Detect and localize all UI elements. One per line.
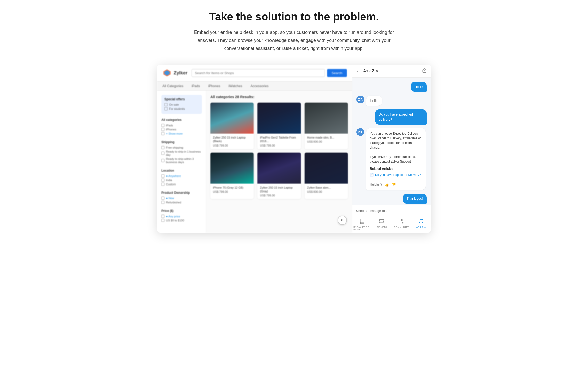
product-name-1: Zylker 250 15 inch Laptop (Black) xyxy=(213,136,251,143)
store-nav: All Categories iPads iPhones iWatches Ac… xyxy=(157,81,352,91)
sidebar-any-price[interactable]: ● Any price xyxy=(161,215,202,218)
sidebar-custom[interactable]: Custom xyxy=(161,183,202,186)
product-image-3 xyxy=(305,103,348,134)
product-info-4: iPhone 75 (Gray 12 GB) US$ 799.00 xyxy=(210,184,254,195)
sidebar-location-title: Location xyxy=(161,169,202,172)
content-results-title: All categories 28 Results: xyxy=(210,95,348,99)
store-logo-icon xyxy=(162,68,172,78)
sidebar-show-more[interactable]: + Show more xyxy=(161,132,202,135)
ask-zia-label: ASK ZIA xyxy=(416,226,426,228)
sidebar-price-section: Price ($) ● Any price US $0 to $100 xyxy=(161,209,202,222)
chat-message-input[interactable] xyxy=(356,209,427,213)
article-link-text[interactable]: Do you have Expedited Delivery? xyxy=(375,173,421,177)
tickets-icon xyxy=(379,218,385,225)
store-nav-accessories[interactable]: Accessories xyxy=(250,84,268,88)
product-card-3[interactable]: Home made slim, B... US$ 800.00 xyxy=(305,103,348,149)
knowledge-base-icon xyxy=(359,218,365,225)
sidebar-new[interactable]: ● New xyxy=(161,197,202,200)
message-row-2: ZIA Hello. xyxy=(356,96,427,106)
product-info-2: iPadPro Gen2 Tablette From 2018... US$ 7… xyxy=(257,134,301,149)
nav-tab-community[interactable]: COMMUNITY xyxy=(392,216,411,233)
store-nav-iwatches[interactable]: iWatches xyxy=(228,84,242,88)
store-nav-all-categories[interactable]: All Categories xyxy=(162,84,183,88)
product-card-6[interactable]: Zylker Base abm... US$ 800.00 xyxy=(305,153,348,199)
nav-tab-tickets[interactable]: TICKETS xyxy=(372,216,392,233)
product-info-3: Home made slim, B... US$ 800.00 xyxy=(305,134,348,145)
sidebar-ship-3days[interactable]: Ready to ship within 3 business days xyxy=(161,157,202,164)
product-image-5 xyxy=(257,153,301,184)
user-message-2: Do you have expedited delivery? xyxy=(375,109,427,125)
product-card-4[interactable]: iPhone 75 (Gray 12 GB) US$ 799.00 xyxy=(210,153,254,199)
bot-card-related-title: Related Articles xyxy=(370,166,422,171)
hero-title: Take the solution to the problem. xyxy=(193,10,395,23)
message-row-4: ZIA You can choose Expedited Delivery ov… xyxy=(356,128,427,190)
product-card-5[interactable]: Zylker 250 15 inch Laptop (Gray) US$ 799… xyxy=(257,153,301,199)
community-icon xyxy=(399,218,404,225)
sidebar-ship-1day[interactable]: Ready to ship in 1 business day xyxy=(161,150,202,156)
store-search-button[interactable]: Search xyxy=(327,69,347,77)
product-card-2[interactable]: iPadPro Gen2 Tablette From 2018... US$ 7… xyxy=(257,103,301,149)
sidebar-special-offers: Special offers On sale For students xyxy=(161,95,202,114)
sidebar-iphones[interactable]: iPhones xyxy=(161,128,202,131)
sidebar-ownership-title: Product Ownership xyxy=(161,191,202,195)
product-name-6: Zylker Base abm... xyxy=(307,186,345,189)
community-label: COMMUNITY xyxy=(394,226,409,228)
store-search-input[interactable] xyxy=(192,69,325,77)
sidebar-refurbished[interactable]: Refurbished xyxy=(161,201,202,204)
main-container: Zylker Search All Categories iPads iPhon… xyxy=(157,65,431,233)
nav-tab-knowledge-base[interactable]: KNOWLEDGE BASE xyxy=(352,216,372,233)
sidebar-anywhere[interactable]: ● Anywhere xyxy=(161,174,202,178)
sidebar-for-students[interactable]: For students xyxy=(164,107,199,110)
svg-point-2 xyxy=(400,219,402,221)
store-nav-iphones[interactable]: iPhones xyxy=(208,84,220,88)
store-body: Special offers On sale For students All … xyxy=(157,91,352,233)
svg-point-3 xyxy=(420,219,422,221)
nav-tab-ask-zia[interactable]: ASK ZIA xyxy=(411,216,431,233)
bot-card-article-link[interactable]: 📄 Do you have Expedited Delivery? xyxy=(370,173,422,177)
zia-avatar-1: ZIA xyxy=(356,96,364,103)
message-row-3: Do you have expedited delivery? xyxy=(356,109,427,125)
product-image-1 xyxy=(210,103,254,134)
bot-card-text: You can choose Expedited Delivery over S… xyxy=(370,131,422,164)
sidebar-free-shipping[interactable]: Free shipping xyxy=(161,146,202,149)
article-icon: 📄 xyxy=(370,173,374,177)
chat-home-button[interactable] xyxy=(422,68,427,74)
close-chat-button[interactable]: × xyxy=(338,216,347,225)
chat-header: ← Ask Zia xyxy=(352,65,431,78)
sidebar-price-title: Price ($) xyxy=(161,209,202,213)
sidebar-price-range[interactable]: US $0 to $100 xyxy=(161,219,202,222)
sidebar-ipads[interactable]: iPads xyxy=(161,124,202,127)
svg-point-4 xyxy=(422,219,423,220)
chat-back-button[interactable]: ← xyxy=(356,69,361,73)
product-name-2: iPadPro Gen2 Tablette From 2018... xyxy=(260,136,298,143)
sidebar-on-sale[interactable]: On sale xyxy=(164,103,199,106)
sidebar-shipping-title: Shipping xyxy=(161,140,202,144)
user-message-1: Hello! xyxy=(411,82,427,92)
store-search-bar: Search xyxy=(192,69,347,77)
product-name-5: Zylker 250 15 inch Laptop (Gray) xyxy=(260,186,298,193)
sidebar-india[interactable]: India xyxy=(161,179,202,182)
bot-message-1: Hello. xyxy=(366,96,382,106)
chat-input-area xyxy=(352,205,431,216)
hero-subtitle: Embed your entire help desk in your app,… xyxy=(193,28,395,52)
user-message-3: Thank you! xyxy=(403,194,427,204)
product-price-4: US$ 799.00 xyxy=(213,190,251,193)
chat-header-left: ← Ask Zia xyxy=(356,69,378,73)
store-sidebar: Special offers On sale For students All … xyxy=(157,91,206,233)
product-price-1: US$ 799.00 xyxy=(213,144,251,147)
chat-bottom-nav: KNOWLEDGE BASE TICKETS xyxy=(352,216,431,233)
product-name-4: iPhone 75 (Gray 12 GB) xyxy=(213,186,251,189)
sidebar-all-categories-section: All categories iPads iPhones + Show more xyxy=(161,118,202,135)
thumbs-down-button[interactable]: 👎 xyxy=(392,182,396,187)
helpful-label: Helpful ? xyxy=(370,182,382,187)
product-card-1[interactable]: Zylker 250 15 inch Laptop (Black) US$ 79… xyxy=(210,103,254,149)
thumbs-up-button[interactable]: 👍 xyxy=(385,182,389,187)
product-price-3: US$ 800.00 xyxy=(307,140,345,143)
knowledge-base-label: KNOWLEDGE BASE xyxy=(353,226,371,231)
store-nav-ipads[interactable]: iPads xyxy=(192,84,200,88)
product-image-2 xyxy=(257,103,301,134)
product-image-6 xyxy=(305,153,348,184)
message-row-5: Thank you! xyxy=(356,194,427,204)
chat-messages: Hello! ZIA Hello. Do you have expedited … xyxy=(352,78,431,205)
product-price-5: US$ 799.00 xyxy=(260,194,298,197)
